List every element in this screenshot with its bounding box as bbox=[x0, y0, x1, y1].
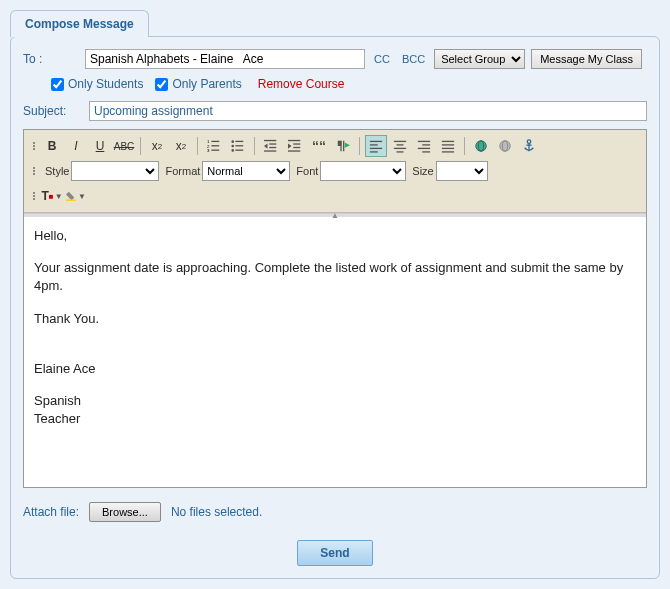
svg-rect-33 bbox=[397, 151, 404, 152]
outdent-button[interactable] bbox=[260, 135, 282, 157]
cc-link[interactable]: CC bbox=[371, 53, 393, 65]
svg-point-8 bbox=[231, 145, 234, 148]
size-label: Size bbox=[412, 165, 433, 177]
svg-marker-49 bbox=[66, 192, 74, 200]
svg-point-42 bbox=[476, 141, 487, 152]
format-label: Format bbox=[165, 165, 200, 177]
unordered-list-button[interactable] bbox=[227, 135, 249, 157]
svg-rect-35 bbox=[422, 144, 430, 145]
to-label: To : bbox=[23, 52, 79, 66]
svg-rect-23 bbox=[340, 141, 341, 152]
attach-label: Attach file: bbox=[23, 505, 79, 519]
svg-rect-9 bbox=[235, 145, 243, 146]
subject-label: Subject: bbox=[23, 104, 79, 118]
subscript-button[interactable]: x2 bbox=[146, 135, 168, 157]
grip-icon bbox=[29, 187, 39, 205]
svg-rect-11 bbox=[235, 150, 243, 151]
only-parents-checkbox[interactable] bbox=[155, 78, 168, 91]
svg-rect-34 bbox=[418, 141, 430, 142]
svg-point-6 bbox=[231, 140, 234, 143]
svg-rect-31 bbox=[397, 144, 404, 145]
ordered-list-button[interactable]: 123 bbox=[203, 135, 225, 157]
svg-rect-32 bbox=[394, 148, 406, 149]
editor-toolbar: B I U ABC x2 x2 123 ““ bbox=[24, 130, 646, 213]
send-button[interactable]: Send bbox=[297, 540, 372, 566]
svg-rect-24 bbox=[343, 141, 344, 152]
svg-rect-38 bbox=[442, 141, 454, 142]
svg-marker-25 bbox=[345, 143, 350, 148]
body-paragraph: Your assignment date is approaching. Com… bbox=[34, 259, 636, 295]
svg-rect-27 bbox=[370, 144, 378, 145]
link-button[interactable] bbox=[470, 135, 492, 157]
bold-button[interactable]: B bbox=[41, 135, 63, 157]
body-thanks: Thank You. bbox=[34, 310, 636, 328]
size-select[interactable] bbox=[436, 161, 488, 181]
svg-rect-14 bbox=[269, 143, 276, 144]
remove-course-link[interactable]: Remove Course bbox=[258, 77, 345, 91]
svg-rect-17 bbox=[288, 140, 300, 141]
svg-rect-20 bbox=[293, 147, 300, 148]
only-students-checkbox[interactable] bbox=[51, 78, 64, 91]
svg-rect-30 bbox=[394, 141, 406, 142]
svg-rect-7 bbox=[235, 141, 243, 142]
body-name: Elaine Ace bbox=[34, 360, 636, 378]
unlink-button[interactable] bbox=[494, 135, 516, 157]
svg-rect-37 bbox=[422, 151, 430, 152]
align-center-button[interactable] bbox=[389, 135, 411, 157]
blockquote-button[interactable]: ““ bbox=[308, 135, 330, 157]
align-right-button[interactable] bbox=[413, 135, 435, 157]
editor-body[interactable]: Hello, Your assignment date is approachi… bbox=[24, 217, 646, 487]
svg-point-46 bbox=[527, 140, 531, 144]
body-role1: Spanish bbox=[34, 392, 636, 410]
svg-rect-16 bbox=[264, 150, 276, 151]
svg-text:3: 3 bbox=[207, 148, 210, 153]
svg-rect-21 bbox=[288, 150, 300, 151]
editor: B I U ABC x2 x2 123 ““ bbox=[23, 129, 647, 488]
browse-button[interactable]: Browse... bbox=[89, 502, 161, 522]
svg-rect-28 bbox=[370, 148, 382, 149]
only-students-label: Only Students bbox=[68, 77, 143, 91]
svg-rect-50 bbox=[66, 199, 76, 200]
svg-rect-1 bbox=[211, 141, 219, 142]
svg-rect-39 bbox=[442, 144, 454, 145]
anchor-button[interactable] bbox=[518, 135, 540, 157]
compose-tab[interactable]: Compose Message bbox=[10, 10, 149, 37]
svg-rect-26 bbox=[370, 141, 382, 142]
italic-button[interactable]: I bbox=[65, 135, 87, 157]
svg-rect-40 bbox=[442, 148, 454, 149]
style-select[interactable] bbox=[71, 161, 159, 181]
indent-button[interactable] bbox=[284, 135, 306, 157]
select-group-dropdown[interactable]: Select Group bbox=[434, 49, 525, 69]
bcc-link[interactable]: BCC bbox=[399, 53, 428, 65]
align-left-button[interactable] bbox=[365, 135, 387, 157]
strikethrough-button[interactable]: ABC bbox=[113, 135, 135, 157]
underline-button[interactable]: U bbox=[89, 135, 111, 157]
svg-point-10 bbox=[231, 149, 234, 152]
svg-rect-36 bbox=[418, 148, 430, 149]
svg-rect-19 bbox=[293, 143, 300, 144]
body-role2: Teacher bbox=[34, 410, 636, 428]
style-label: Style bbox=[45, 165, 69, 177]
svg-marker-18 bbox=[288, 143, 292, 148]
svg-rect-5 bbox=[211, 150, 219, 151]
format-select[interactable]: Normal bbox=[202, 161, 290, 181]
compose-panel: To : CC BCC Select Group Message My Clas… bbox=[10, 36, 660, 579]
message-my-class-button[interactable]: Message My Class bbox=[531, 49, 642, 69]
subject-input[interactable] bbox=[89, 101, 647, 121]
bg-color-button[interactable]: ▼ bbox=[65, 185, 87, 207]
direction-button[interactable] bbox=[332, 135, 354, 157]
grip-icon bbox=[29, 137, 39, 155]
svg-point-44 bbox=[500, 141, 511, 152]
align-justify-button[interactable] bbox=[437, 135, 459, 157]
superscript-button[interactable]: x2 bbox=[170, 135, 192, 157]
svg-rect-29 bbox=[370, 151, 378, 152]
svg-rect-12 bbox=[264, 140, 276, 141]
svg-rect-15 bbox=[269, 147, 276, 148]
svg-marker-13 bbox=[264, 143, 268, 148]
font-label: Font bbox=[296, 165, 318, 177]
text-color-button[interactable]: T■▼ bbox=[41, 185, 63, 207]
body-greeting: Hello, bbox=[34, 227, 636, 245]
font-select[interactable] bbox=[320, 161, 406, 181]
to-input[interactable] bbox=[85, 49, 365, 69]
svg-rect-41 bbox=[442, 151, 454, 152]
